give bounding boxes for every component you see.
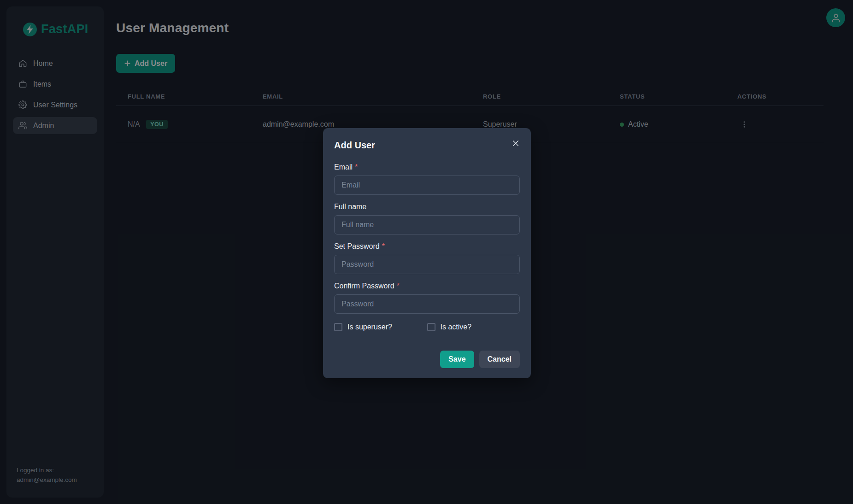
email-field-label: Email* (334, 163, 520, 171)
full-name-field-label: Full name (334, 203, 520, 211)
checkbox-row: Is superuser? Is active? (334, 323, 520, 331)
confirm-password-field-group: Confirm Password* (334, 282, 520, 314)
set-password-field-group: Set Password* (334, 242, 520, 274)
is-active-label: Is active? (441, 323, 472, 331)
required-marker: * (397, 282, 400, 290)
email-field[interactable] (334, 176, 520, 195)
add-user-modal: Add User Email* Full name Set Password* … (323, 128, 531, 378)
full-name-field[interactable] (334, 215, 520, 234)
confirm-password-field-label: Confirm Password* (334, 282, 520, 290)
set-password-label-text: Set Password (334, 242, 380, 250)
is-superuser-label: Is superuser? (347, 323, 392, 331)
email-label-text: Email (334, 163, 353, 171)
required-marker: * (382, 242, 385, 250)
is-superuser-checkbox[interactable]: Is superuser? (334, 323, 427, 331)
full-name-field-group: Full name (334, 203, 520, 234)
confirm-password-label-text: Confirm Password (334, 282, 394, 290)
add-user-form: Email* Full name Set Password* Confirm P… (334, 163, 520, 331)
email-field-group: Email* (334, 163, 520, 195)
close-icon (512, 140, 519, 147)
required-marker: * (355, 163, 358, 171)
checkbox-box-icon[interactable] (427, 323, 435, 331)
modal-footer: Save Cancel (440, 351, 520, 368)
checkbox-box-icon[interactable] (334, 323, 342, 331)
set-password-field-label: Set Password* (334, 242, 520, 251)
modal-title: Add User (334, 140, 520, 151)
set-password-field[interactable] (334, 255, 520, 274)
confirm-password-field[interactable] (334, 294, 520, 314)
cancel-button[interactable]: Cancel (479, 351, 520, 368)
save-button[interactable]: Save (440, 351, 474, 368)
is-active-checkbox[interactable]: Is active? (427, 323, 520, 331)
modal-close-button[interactable] (509, 136, 523, 150)
